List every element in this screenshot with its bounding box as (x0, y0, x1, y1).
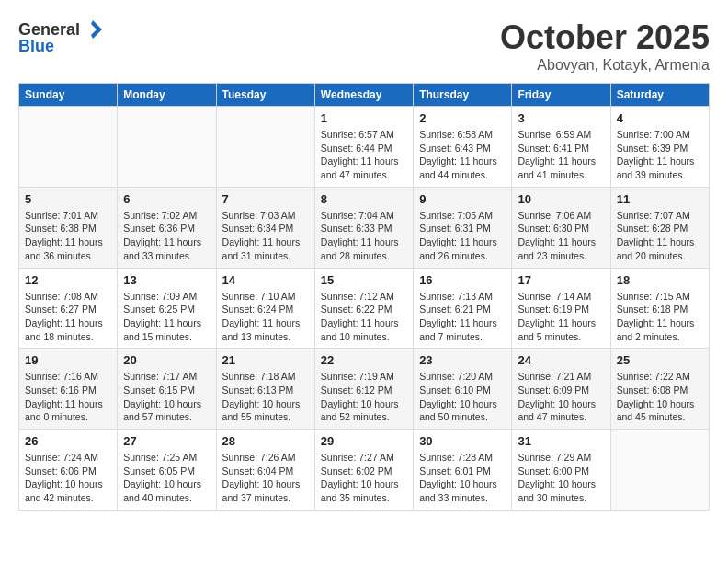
day-info: Sunrise: 7:12 AM Sunset: 6:22 PM Dayligh… (321, 290, 407, 344)
day-number: 6 (123, 192, 210, 206)
day-info: Sunrise: 7:00 AM Sunset: 6:39 PM Dayligh… (617, 128, 703, 182)
day-info: Sunrise: 6:57 AM Sunset: 6:44 PM Dayligh… (321, 128, 407, 182)
day-number: 18 (617, 273, 703, 287)
calendar-cell: 9Sunrise: 7:05 AM Sunset: 6:31 PM Daylig… (414, 187, 512, 268)
calendar-cell: 18Sunrise: 7:15 AM Sunset: 6:18 PM Dayli… (610, 268, 709, 349)
week-row-1: 1Sunrise: 6:57 AM Sunset: 6:44 PM Daylig… (19, 107, 710, 188)
day-info: Sunrise: 7:03 AM Sunset: 6:34 PM Dayligh… (222, 209, 309, 263)
day-info: Sunrise: 7:10 AM Sunset: 6:24 PM Dayligh… (222, 290, 309, 344)
day-info: Sunrise: 6:59 AM Sunset: 6:41 PM Dayligh… (518, 128, 604, 182)
calendar-cell: 26Sunrise: 7:24 AM Sunset: 6:06 PM Dayli… (19, 430, 118, 511)
day-number: 8 (321, 192, 407, 206)
calendar-cell: 11Sunrise: 7:07 AM Sunset: 6:28 PM Dayli… (610, 187, 709, 268)
day-number: 19 (25, 353, 111, 367)
day-info: Sunrise: 7:06 AM Sunset: 6:30 PM Dayligh… (518, 209, 604, 263)
weekday-header-row: SundayMondayTuesdayWednesdayThursdayFrid… (19, 84, 710, 107)
calendar-cell (118, 107, 216, 188)
day-number: 17 (518, 273, 604, 287)
day-info: Sunrise: 7:29 AM Sunset: 6:00 PM Dayligh… (518, 451, 604, 505)
calendar-cell: 16Sunrise: 7:13 AM Sunset: 6:21 PM Dayli… (414, 268, 512, 349)
day-info: Sunrise: 7:26 AM Sunset: 6:04 PM Dayligh… (222, 451, 309, 505)
day-number: 13 (123, 273, 210, 287)
weekday-header-wednesday: Wednesday (314, 84, 413, 107)
calendar-cell: 19Sunrise: 7:16 AM Sunset: 6:16 PM Dayli… (19, 349, 118, 430)
day-number: 24 (518, 353, 604, 367)
day-info: Sunrise: 7:24 AM Sunset: 6:06 PM Dayligh… (25, 451, 111, 505)
svg-marker-0 (91, 20, 102, 39)
day-info: Sunrise: 7:02 AM Sunset: 6:36 PM Dayligh… (123, 209, 210, 263)
day-number: 23 (419, 353, 506, 367)
day-number: 1 (321, 111, 407, 125)
calendar-cell: 13Sunrise: 7:09 AM Sunset: 6:25 PM Dayli… (118, 268, 216, 349)
calendar-cell: 2Sunrise: 6:58 AM Sunset: 6:43 PM Daylig… (414, 107, 512, 188)
calendar-cell: 23Sunrise: 7:20 AM Sunset: 6:10 PM Dayli… (414, 349, 512, 430)
day-number: 9 (419, 192, 506, 206)
day-number: 15 (321, 273, 407, 287)
day-number: 26 (25, 434, 111, 448)
week-row-3: 12Sunrise: 7:08 AM Sunset: 6:27 PM Dayli… (19, 268, 710, 349)
day-number: 20 (123, 353, 210, 367)
day-number: 27 (123, 434, 210, 448)
day-info: Sunrise: 7:27 AM Sunset: 6:02 PM Dayligh… (321, 451, 407, 505)
day-number: 5 (25, 192, 111, 206)
day-info: Sunrise: 7:16 AM Sunset: 6:16 PM Dayligh… (25, 370, 111, 424)
calendar-cell: 30Sunrise: 7:28 AM Sunset: 6:01 PM Dayli… (414, 430, 512, 511)
title-block: October 2025 Abovyan, Kotayk, Armenia (500, 18, 710, 74)
day-number: 25 (617, 353, 703, 367)
day-number: 3 (518, 111, 604, 125)
day-number: 28 (222, 434, 309, 448)
day-number: 4 (617, 111, 703, 125)
day-info: Sunrise: 7:13 AM Sunset: 6:21 PM Dayligh… (419, 290, 506, 344)
calendar-cell: 27Sunrise: 7:25 AM Sunset: 6:05 PM Dayli… (118, 430, 216, 511)
day-info: Sunrise: 7:04 AM Sunset: 6:33 PM Dayligh… (321, 209, 407, 263)
calendar-cell: 5Sunrise: 7:01 AM Sunset: 6:38 PM Daylig… (19, 187, 118, 268)
weekday-header-tuesday: Tuesday (216, 84, 314, 107)
calendar-cell (19, 107, 118, 188)
week-row-2: 5Sunrise: 7:01 AM Sunset: 6:38 PM Daylig… (19, 187, 710, 268)
calendar-cell: 25Sunrise: 7:22 AM Sunset: 6:08 PM Dayli… (610, 349, 709, 430)
calendar-cell: 1Sunrise: 6:57 AM Sunset: 6:44 PM Daylig… (314, 107, 413, 188)
calendar-cell: 12Sunrise: 7:08 AM Sunset: 6:27 PM Dayli… (19, 268, 118, 349)
page-header: General Blue October 2025 Abovyan, Kotay… (18, 18, 710, 74)
day-info: Sunrise: 7:09 AM Sunset: 6:25 PM Dayligh… (123, 290, 210, 344)
calendar-cell: 31Sunrise: 7:29 AM Sunset: 6:00 PM Dayli… (512, 430, 610, 511)
calendar-cell: 14Sunrise: 7:10 AM Sunset: 6:24 PM Dayli… (216, 268, 314, 349)
calendar-cell: 20Sunrise: 7:17 AM Sunset: 6:15 PM Dayli… (118, 349, 216, 430)
day-number: 14 (222, 273, 309, 287)
day-info: Sunrise: 7:01 AM Sunset: 6:38 PM Dayligh… (25, 209, 111, 263)
weekday-header-thursday: Thursday (414, 84, 512, 107)
day-info: Sunrise: 7:28 AM Sunset: 6:01 PM Dayligh… (419, 451, 506, 505)
day-info: Sunrise: 7:18 AM Sunset: 6:13 PM Dayligh… (222, 370, 309, 424)
day-info: Sunrise: 7:08 AM Sunset: 6:27 PM Dayligh… (25, 290, 111, 344)
calendar-cell: 3Sunrise: 6:59 AM Sunset: 6:41 PM Daylig… (512, 107, 610, 188)
calendar-cell: 29Sunrise: 7:27 AM Sunset: 6:02 PM Dayli… (314, 430, 413, 511)
day-number: 7 (222, 192, 309, 206)
calendar-cell: 21Sunrise: 7:18 AM Sunset: 6:13 PM Dayli… (216, 349, 314, 430)
day-info: Sunrise: 7:22 AM Sunset: 6:08 PM Dayligh… (617, 370, 703, 424)
day-number: 10 (518, 192, 604, 206)
day-info: Sunrise: 6:58 AM Sunset: 6:43 PM Dayligh… (419, 128, 506, 182)
day-info: Sunrise: 7:20 AM Sunset: 6:10 PM Dayligh… (419, 370, 506, 424)
logo-icon (82, 18, 104, 40)
day-info: Sunrise: 7:15 AM Sunset: 6:18 PM Dayligh… (617, 290, 703, 344)
week-row-5: 26Sunrise: 7:24 AM Sunset: 6:06 PM Dayli… (19, 430, 710, 511)
day-number: 21 (222, 353, 309, 367)
logo: General Blue (18, 18, 104, 56)
weekday-header-monday: Monday (118, 84, 216, 107)
day-number: 29 (321, 434, 407, 448)
calendar-cell: 10Sunrise: 7:06 AM Sunset: 6:30 PM Dayli… (512, 187, 610, 268)
calendar-cell: 7Sunrise: 7:03 AM Sunset: 6:34 PM Daylig… (216, 187, 314, 268)
day-info: Sunrise: 7:14 AM Sunset: 6:19 PM Dayligh… (518, 290, 604, 344)
calendar-cell: 28Sunrise: 7:26 AM Sunset: 6:04 PM Dayli… (216, 430, 314, 511)
day-info: Sunrise: 7:21 AM Sunset: 6:09 PM Dayligh… (518, 370, 604, 424)
calendar-cell: 6Sunrise: 7:02 AM Sunset: 6:36 PM Daylig… (118, 187, 216, 268)
calendar-cell (216, 107, 314, 188)
logo-blue: Blue (18, 37, 54, 56)
weekday-header-sunday: Sunday (19, 84, 118, 107)
calendar-cell: 17Sunrise: 7:14 AM Sunset: 6:19 PM Dayli… (512, 268, 610, 349)
weekday-header-saturday: Saturday (610, 84, 709, 107)
month-title: October 2025 (500, 18, 710, 57)
day-number: 16 (419, 273, 506, 287)
day-number: 11 (617, 192, 703, 206)
calendar-cell: 8Sunrise: 7:04 AM Sunset: 6:33 PM Daylig… (314, 187, 413, 268)
